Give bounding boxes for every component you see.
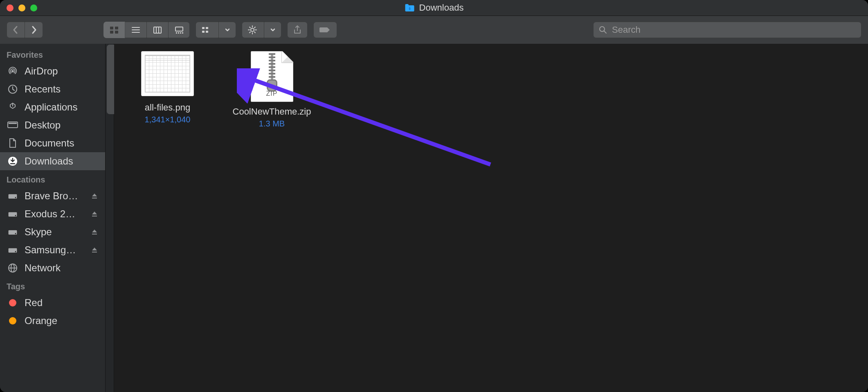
svg-rect-3 <box>115 31 118 34</box>
svg-rect-16 <box>202 31 205 33</box>
content-area[interactable]: all-files.png1,341×1,040ZIPCoolNewTheme.… <box>114 44 868 392</box>
svg-rect-18 <box>206 31 208 33</box>
svg-point-28 <box>600 27 605 32</box>
svg-point-19 <box>251 28 254 32</box>
file-meta: 1,341×1,040 <box>145 115 191 124</box>
action-gear-button[interactable] <box>242 22 264 38</box>
sidebar-item-brave-bro[interactable]: Brave Bro… <box>0 187 105 205</box>
svg-point-47 <box>15 251 16 252</box>
action-menu-chevron[interactable] <box>264 22 281 38</box>
svg-rect-10 <box>175 27 183 31</box>
sidebar-item-airdrop[interactable]: AirDrop <box>0 62 105 80</box>
svg-rect-0 <box>110 27 113 29</box>
sidebar-item-skype[interactable]: Skype <box>0 223 105 241</box>
sidebar-section-heading: Tags <box>0 277 105 294</box>
svg-line-25 <box>254 32 255 33</box>
sidebar-item-label: Downloads <box>25 155 99 167</box>
sidebar-item-label: Brave Bro… <box>25 190 85 202</box>
svg-rect-13 <box>180 32 181 34</box>
eject-icon[interactable] <box>91 229 99 235</box>
svg-rect-33 <box>9 123 17 124</box>
sidebar-section-heading: Favorites <box>0 45 105 62</box>
sidebar-item-documents[interactable]: Documents <box>0 134 105 152</box>
downloads-folder-icon <box>405 3 415 12</box>
eject-icon[interactable] <box>91 193 99 199</box>
forward-button[interactable] <box>25 22 43 38</box>
sidebar-item-label: Exodus 2… <box>25 208 85 220</box>
file-item[interactable]: all-files.png1,341×1,040 <box>121 51 214 124</box>
svg-point-41 <box>15 215 16 216</box>
back-button[interactable] <box>7 22 25 38</box>
eject-icon[interactable] <box>91 211 99 217</box>
svg-line-27 <box>254 27 255 28</box>
svg-rect-1 <box>115 27 118 29</box>
zip-badge-text: ZIP <box>251 90 293 97</box>
file-name: CoolNewTheme.zip <box>233 106 311 117</box>
close-window-button[interactable] <box>7 5 13 11</box>
svg-rect-14 <box>182 32 183 34</box>
file-name: all-files.png <box>145 102 190 113</box>
group-segment <box>196 22 236 38</box>
recents-icon <box>7 84 19 95</box>
disk-icon <box>7 228 19 237</box>
fullscreen-window-button[interactable] <box>30 5 37 11</box>
file-item[interactable]: ZIPCoolNewTheme.zip1.3 MB <box>226 51 318 128</box>
svg-line-29 <box>604 31 606 33</box>
tag-dot-icon <box>7 317 19 324</box>
sidebar-scrollbar[interactable] <box>105 44 114 392</box>
action-segment <box>242 22 281 38</box>
search-field[interactable] <box>593 22 861 38</box>
window-body: FavoritesAirDropRecentsApplicationsDeskt… <box>0 44 868 392</box>
svg-line-26 <box>250 32 250 33</box>
share-segment <box>287 22 308 38</box>
sidebar-item-label: Skype <box>25 226 85 238</box>
list-view-button[interactable] <box>125 22 147 38</box>
sidebar-item-applications[interactable]: Applications <box>0 98 105 116</box>
sidebar-scroll-area[interactable]: FavoritesAirDropRecentsApplicationsDeskt… <box>0 44 105 392</box>
sidebar-item-samsung[interactable]: Samsung… <box>0 241 105 259</box>
column-view-button[interactable] <box>147 22 169 38</box>
eject-icon[interactable] <box>91 247 99 253</box>
sidebar: FavoritesAirDropRecentsApplicationsDeskt… <box>0 44 114 392</box>
sidebar-item-downloads[interactable]: Downloads <box>0 152 105 170</box>
sidebar-item-desktop[interactable]: Desktop <box>0 116 105 134</box>
network-icon <box>7 263 19 273</box>
window-title-text: Downloads <box>419 2 464 13</box>
minimize-window-button[interactable] <box>18 5 25 11</box>
disk-icon <box>7 191 19 201</box>
downloads-icon <box>7 156 19 167</box>
gallery-view-button[interactable] <box>169 22 190 38</box>
sidebar-item-label: Applications <box>25 101 99 113</box>
svg-point-38 <box>15 197 16 198</box>
sidebar-item-exodus-2[interactable]: Exodus 2… <box>0 205 105 223</box>
group-button[interactable] <box>196 22 219 38</box>
sidebar-item-recents[interactable]: Recents <box>0 80 105 98</box>
svg-rect-7 <box>154 27 161 33</box>
tag-dot-icon <box>7 299 19 306</box>
svg-point-44 <box>15 233 16 234</box>
applications-icon <box>7 102 19 113</box>
sidebar-item-orange[interactable]: Orange <box>0 312 105 330</box>
svg-point-30 <box>11 70 14 72</box>
desktop-icon <box>7 121 19 130</box>
sidebar-item-network[interactable]: Network <box>0 259 105 277</box>
group-menu-chevron[interactable] <box>219 22 236 38</box>
sidebar-item-red[interactable]: Red <box>0 294 105 312</box>
share-button[interactable] <box>287 22 308 38</box>
documents-icon <box>7 138 19 149</box>
disk-icon <box>7 246 19 255</box>
sidebar-item-label: AirDrop <box>25 65 99 77</box>
traffic-lights <box>7 5 37 11</box>
svg-line-24 <box>250 27 250 28</box>
search-input[interactable] <box>612 25 856 35</box>
edit-tags-button[interactable] <box>313 22 337 38</box>
search-icon <box>599 26 607 34</box>
sidebar-item-label: Desktop <box>25 119 99 131</box>
sidebar-item-label: Orange <box>25 315 99 327</box>
svg-rect-17 <box>206 27 208 29</box>
airdrop-icon <box>7 66 19 77</box>
sidebar-item-label: Documents <box>25 137 99 149</box>
disk-icon <box>7 210 19 219</box>
image-file-icon <box>141 51 194 96</box>
icon-view-button[interactable] <box>103 22 125 38</box>
